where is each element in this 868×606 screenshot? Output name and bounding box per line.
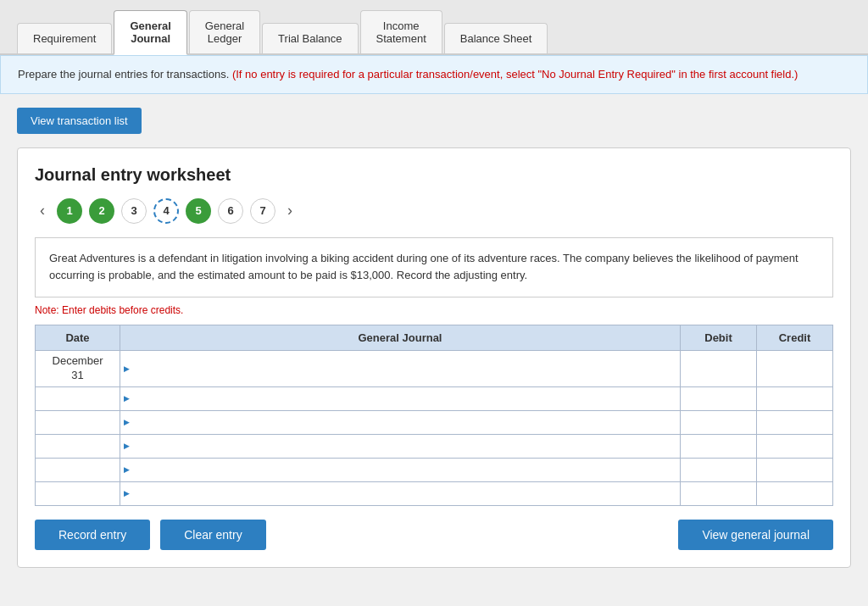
date-cell-6 [36,481,120,505]
page-btn-1[interactable]: 1 [57,198,82,224]
page-btn-6[interactable]: 6 [218,198,243,224]
debit-input-3[interactable] [681,411,756,434]
col-header-debit: Debit [681,325,757,351]
view-transactions-button[interactable]: View transaction list [17,108,142,134]
next-page-button[interactable]: › [282,200,298,221]
debit-input-2[interactable] [681,387,756,410]
banner-text-red: (If no entry is required for a particula… [232,68,798,81]
credit-input-4[interactable] [757,435,832,458]
credit-input-1[interactable] [757,351,832,386]
debit-cell-1[interactable] [681,351,757,387]
info-banner: Prepare the journal entries for transact… [0,55,868,94]
page-btn-7[interactable]: 7 [250,198,275,224]
tab-general-ledger[interactable]: GeneralLedger [189,10,260,53]
debit-cell-6[interactable] [681,481,757,505]
debit-input-4[interactable] [681,435,756,458]
prev-page-button[interactable]: ‹ [35,200,50,221]
credit-cell-5[interactable] [757,458,833,481]
main-content: View transaction list Journal entry work… [0,94,868,581]
credit-cell-4[interactable] [757,434,833,458]
credit-input-3[interactable] [757,411,832,434]
credit-input-5[interactable] [757,459,832,481]
table-row: December31 [36,351,833,387]
journal-input-3[interactable] [120,411,680,434]
date-cell-4 [36,434,120,458]
journal-input-4[interactable] [120,435,680,458]
col-header-journal: General Journal [120,325,681,351]
table-row [36,386,833,410]
page-btn-2[interactable]: 2 [89,198,114,224]
date-cell-5 [36,458,120,481]
journal-cell-5[interactable] [120,458,681,481]
note-text: Note: Enter debits before credits. [35,304,833,316]
scenario-text: Great Adventures is a defendant in litig… [49,252,798,282]
page-btn-5[interactable]: 5 [186,198,211,224]
journal-cell-4[interactable] [120,434,681,458]
debit-input-5[interactable] [681,459,756,481]
date-cell-1: December31 [36,351,120,387]
worksheet-title: Journal entry worksheet [35,165,833,185]
app-container: Requirement GeneralJournal GeneralLedger… [0,0,868,606]
bottom-buttons: Record entry Clear entry View general jo… [35,520,833,550]
worksheet-card: Journal entry worksheet ‹ 1 2 3 4 5 6 7 … [17,147,851,568]
journal-input-5[interactable] [120,459,680,481]
table-row [36,481,833,505]
debit-cell-3[interactable] [681,410,757,434]
page-btn-3[interactable]: 3 [121,198,147,224]
clear-entry-button[interactable]: Clear entry [160,520,265,550]
tabs-bar: Requirement GeneralJournal GeneralLedger… [0,0,868,55]
table-row [36,458,833,481]
page-btn-4[interactable]: 4 [153,198,179,224]
table-row [36,434,833,458]
credit-cell-3[interactable] [757,410,833,434]
table-row [36,410,833,434]
col-header-credit: Credit [757,325,833,351]
journal-input-1[interactable] [120,351,680,386]
tab-balance-sheet[interactable]: Balance Sheet [444,23,548,53]
credit-cell-6[interactable] [757,481,833,505]
tab-requirement[interactable]: Requirement [17,23,112,53]
debit-cell-4[interactable] [681,434,757,458]
debit-cell-2[interactable] [681,386,757,410]
debit-input-6[interactable] [681,482,756,505]
date-cell-2 [36,386,120,410]
view-general-journal-button[interactable]: View general journal [678,520,833,550]
col-header-date: Date [36,325,120,351]
journal-cell-3[interactable] [120,410,681,434]
tab-income-statement[interactable]: IncomeStatement [360,10,442,53]
journal-input-2[interactable] [120,387,680,410]
credit-input-6[interactable] [757,482,832,505]
journal-cell-6[interactable] [120,481,681,505]
credit-cell-1[interactable] [757,351,833,387]
journal-input-6[interactable] [120,482,680,505]
journal-cell-1[interactable] [120,351,681,387]
debit-cell-5[interactable] [681,458,757,481]
page-navigator: ‹ 1 2 3 4 5 6 7 › [35,198,833,224]
journal-table: Date General Journal Debit Credit Decemb… [35,325,833,506]
credit-cell-2[interactable] [757,386,833,410]
banner-text-plain: Prepare the journal entries for transact… [18,68,232,81]
scenario-box: Great Adventures is a defendant in litig… [35,237,833,298]
credit-input-2[interactable] [757,387,832,410]
tab-general-journal[interactable]: GeneralJournal [114,10,186,55]
debit-input-1[interactable] [681,351,756,386]
tab-trial-balance[interactable]: Trial Balance [262,23,358,53]
record-entry-button[interactable]: Record entry [35,520,150,550]
date-cell-3 [36,410,120,434]
journal-cell-2[interactable] [120,386,681,410]
